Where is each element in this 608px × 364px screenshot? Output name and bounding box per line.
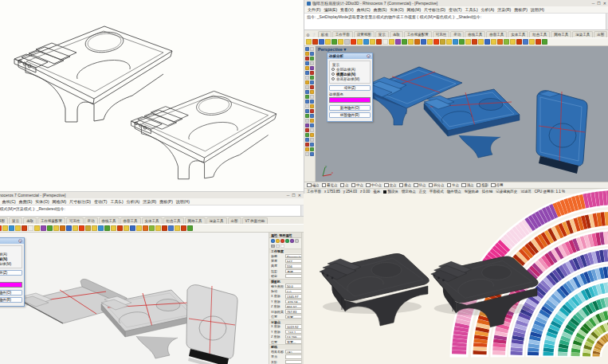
- toolbar-icon[interactable]: [305, 143, 309, 147]
- panel-tool-icon[interactable]: [271, 239, 275, 243]
- maximize-button[interactable]: ☐: [597, 1, 600, 6]
- toolbar-icon[interactable]: [2, 225, 8, 231]
- panel-row-value[interactable]: 1019.92: [285, 324, 303, 328]
- toolbar-icon[interactable]: [305, 104, 309, 108]
- toolbar-icon[interactable]: [472, 39, 477, 45]
- menu-item[interactable]: 分析(A): [481, 7, 495, 12]
- toolbar-icon[interactable]: [402, 39, 407, 45]
- toolbar-tab[interactable]: 组合工具: [163, 217, 184, 224]
- toolbar-tab[interactable]: 曲线工具: [99, 217, 120, 224]
- toolbar-icon[interactable]: [9, 225, 14, 231]
- maximize-button[interactable]: ☐: [292, 193, 295, 198]
- toolbar-tab[interactable]: 选取: [390, 31, 403, 37]
- toolbar-icon[interactable]: [497, 39, 503, 45]
- toolbar-icon[interactable]: [305, 133, 309, 137]
- panel-tool-icon[interactable]: [276, 239, 280, 243]
- toolbar-icon[interactable]: [310, 123, 314, 127]
- toolbar-icon[interactable]: [542, 39, 547, 45]
- zoom-button[interactable]: 缩放(Z): [0, 270, 22, 276]
- toolbar-icon[interactable]: [331, 39, 337, 45]
- toolbar-icon[interactable]: [104, 225, 110, 231]
- panel-row-value[interactable]: 947: [285, 259, 303, 263]
- toolbar-tab[interactable]: 网格工具: [185, 217, 206, 224]
- toolbar-icon[interactable]: [47, 225, 53, 231]
- toolbar-icon[interactable]: [41, 225, 46, 231]
- toolbar-tab[interactable]: 标准: [318, 31, 331, 37]
- toolbar-icon[interactable]: [310, 143, 314, 147]
- toolbar-icon[interactable]: [370, 39, 375, 45]
- edge-color-swatch[interactable]: [0, 282, 22, 288]
- toolbar-icon[interactable]: [310, 119, 314, 123]
- menu-item[interactable]: 变动(T): [449, 7, 461, 12]
- toolbar-tab[interactable]: 设置视图: [354, 31, 375, 37]
- toolbar-tab[interactable]: 选取: [23, 217, 37, 224]
- toolbar-icon[interactable]: [305, 85, 309, 89]
- toolbar-icon[interactable]: [305, 80, 309, 84]
- toolbar-icon[interactable]: [305, 114, 309, 118]
- toolbar-tab[interactable]: 显示: [375, 31, 389, 37]
- toolbar-icon[interactable]: [389, 39, 394, 45]
- toolbar-tab[interactable]: 曲面工具: [120, 217, 141, 224]
- toolbar-icon[interactable]: [408, 39, 414, 45]
- menu-item[interactable]: 实体(O): [390, 7, 403, 12]
- toolbar-icon[interactable]: [484, 39, 490, 45]
- menu-item[interactable]: 渲染(R): [143, 199, 156, 204]
- toolbar-icon[interactable]: [305, 76, 309, 80]
- help-icon[interactable]: ❔: [311, 33, 316, 37]
- command-history[interactable]: 指令: _SetDisplayMode选取要改变显示模式的物件或工作视窗 ( 模…: [304, 13, 608, 30]
- panel-header[interactable]: 属性: 视图属性: [269, 233, 304, 238]
- toolbar-icon[interactable]: [28, 225, 33, 231]
- toolbar-icon[interactable]: [310, 85, 314, 89]
- toolbar-icon[interactable]: [181, 225, 186, 231]
- toolbar-icon[interactable]: [85, 225, 91, 231]
- remove-objects-button[interactable]: 移除物件(R): [0, 297, 22, 303]
- dialog-titlebar[interactable]: 边缘分析 ?: [328, 53, 372, 59]
- toolbar-tab[interactable]: 显示: [9, 217, 22, 224]
- panel-row-value[interactable]: -244.1: [285, 330, 303, 334]
- toolbar-icon[interactable]: [344, 39, 350, 45]
- panel-tool-icon[interactable]: [290, 239, 294, 243]
- panel-tool-icon[interactable]: [295, 239, 299, 243]
- radio-nonmanifold-edges[interactable]: 非流形边缘(M): [0, 261, 20, 266]
- toolbar-icon[interactable]: [357, 39, 363, 45]
- panel-row-value[interactable]: Perspective: [285, 254, 303, 258]
- menu-item[interactable]: 尺寸标注(D): [424, 7, 445, 12]
- menu-item[interactable]: 曲线(C): [2, 199, 16, 204]
- toolbar-icon[interactable]: [414, 39, 420, 45]
- toolbar-icon[interactable]: [510, 39, 516, 45]
- toolbar-icon[interactable]: [305, 100, 309, 104]
- panel-tool-icon[interactable]: [280, 245, 284, 249]
- toolbar-tab[interactable]: 设置视图: [0, 217, 8, 224]
- toolbar-icon[interactable]: [310, 90, 314, 94]
- toolbar-icon[interactable]: [305, 128, 309, 132]
- toolbar-icon[interactable]: [310, 52, 314, 56]
- toolbar-icon[interactable]: [149, 225, 155, 231]
- edge-analysis-dialog[interactable]: 边缘分析 ? 显示 全部边缘(A): [327, 53, 373, 122]
- add-objects-button[interactable]: 新增物件(O): [0, 290, 22, 296]
- panel-tool-icon[interactable]: [285, 239, 289, 243]
- toolbar-tab[interactable]: 实体工具: [142, 217, 163, 224]
- menu-item[interactable]: 编辑(E): [324, 7, 337, 12]
- toolbar-icon[interactable]: [305, 109, 309, 113]
- panel-tool-icon[interactable]: [280, 239, 284, 243]
- toolbar-icon[interactable]: [319, 39, 324, 45]
- menu-item[interactable]: 面板(P): [159, 199, 173, 204]
- toolbar-icon[interactable]: [433, 39, 439, 45]
- toolbar-tab[interactable]: 网格工具: [551, 31, 571, 37]
- menu-item[interactable]: 说明(H): [176, 199, 190, 204]
- toolbar-icon[interactable]: [0, 225, 2, 231]
- panel-row-value[interactable]: 放置...: [285, 315, 303, 319]
- toolbar-icon[interactable]: [446, 39, 452, 45]
- titlebar[interactable]: 咖啡压粉底座设计-2Dto3D - Rhinoceros 7 (Commerci…: [304, 0, 608, 6]
- panel-tool-icon[interactable]: [276, 245, 280, 249]
- toolbar-icon[interactable]: [376, 39, 382, 45]
- toolbar-icon[interactable]: [363, 39, 369, 45]
- toolbar-icon[interactable]: [53, 225, 59, 231]
- toolbar-icon[interactable]: [453, 39, 458, 45]
- toolbar-icon[interactable]: [305, 95, 309, 99]
- toolbar-icon[interactable]: [117, 225, 123, 231]
- toolbar-icon[interactable]: [305, 147, 309, 151]
- toolbar-icon[interactable]: [310, 128, 314, 132]
- toolbar-icon[interactable]: [136, 225, 142, 231]
- gear-icon[interactable]: ⚙: [306, 33, 309, 37]
